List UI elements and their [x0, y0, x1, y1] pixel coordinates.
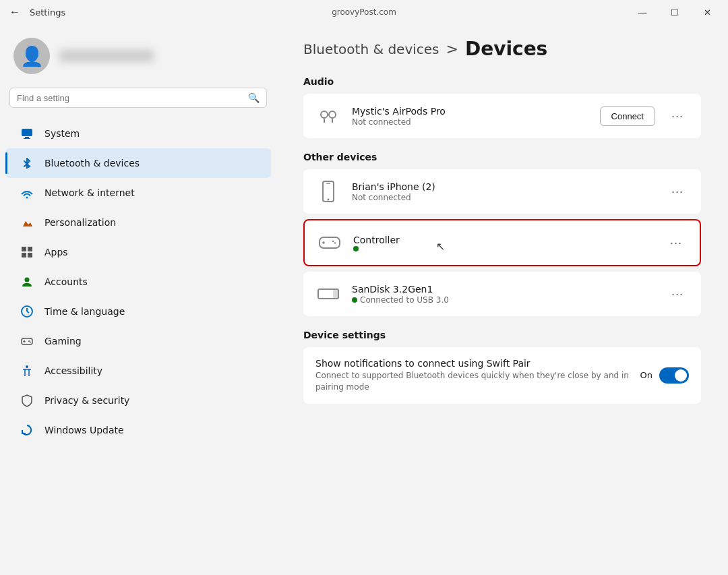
personalization-icon — [19, 214, 35, 231]
sidebar-item-update[interactable]: Windows Update — [5, 415, 271, 445]
time-icon — [19, 303, 35, 320]
close-button[interactable]: ✕ — [692, 1, 723, 23]
sidebar-item-network[interactable]: Network & internet — [5, 178, 271, 208]
sidebar-item-accounts[interactable]: Accounts — [5, 267, 271, 297]
iphone-name: Brian's iPhone (2) — [352, 181, 655, 192]
swift-pair-card: Show notifications to connect using Swif… — [303, 347, 701, 404]
controller-card: Controller ··· ↖ — [303, 219, 701, 266]
gaming-label: Gaming — [44, 336, 82, 346]
svg-rect-32 — [333, 289, 338, 299]
network-label: Network & internet — [44, 187, 135, 198]
svg-rect-6 — [22, 253, 26, 258]
breadcrumb-current: Devices — [465, 38, 547, 60]
svg-point-8 — [25, 278, 30, 282]
svg-point-17 — [26, 365, 28, 368]
sidebar: 👤 🔍 System Bluetooth & devices — [0, 24, 276, 575]
sidebar-item-accessibility[interactable]: Accessibility — [5, 356, 271, 386]
sidebar-item-personalization[interactable]: Personalization — [5, 208, 271, 237]
update-icon — [19, 422, 35, 438]
sidebar-item-apps[interactable]: Apps — [5, 237, 271, 267]
svg-point-15 — [28, 340, 30, 342]
svg-point-25 — [328, 199, 330, 201]
title-bar-left: ← Settings — [5, 3, 65, 21]
apps-label: Apps — [44, 247, 68, 258]
controller-icon — [317, 230, 342, 255]
minimize-button[interactable]: — — [627, 1, 658, 23]
main-window: 👤 🔍 System Bluetooth & devices — [0, 24, 728, 575]
user-section: 👤 — [0, 32, 276, 88]
other-section-label: Other devices — [303, 152, 701, 162]
svg-rect-0 — [22, 129, 32, 136]
controller-device-item: Controller ··· — [305, 220, 700, 265]
audio-section-label: Audio — [303, 76, 701, 87]
accounts-icon — [19, 274, 35, 290]
swift-pair-toggle[interactable] — [659, 367, 689, 384]
iphone-more-button[interactable]: ··· — [666, 182, 689, 202]
swift-pair-toggle-area: On — [640, 367, 689, 384]
audio-section: Audio Mystic's AirPods Pro Not connected… — [303, 76, 701, 138]
back-button[interactable]: ← — [5, 3, 24, 21]
device-settings-section: Device settings Show notifications to co… — [303, 330, 701, 404]
apps-icon — [19, 244, 35, 260]
svg-rect-1 — [25, 137, 29, 138]
user-name — [59, 50, 154, 62]
search-icon: 🔍 — [248, 92, 260, 103]
svg-point-3 — [26, 197, 28, 199]
audio-devices-card: Mystic's AirPods Pro Not connected Conne… — [303, 94, 701, 138]
other-devices-section: Other devices Brian's iPhone (2) Not con… — [303, 152, 701, 316]
maximize-button[interactable]: ☐ — [659, 1, 690, 23]
swift-pair-toggle-label: On — [640, 370, 653, 380]
svg-rect-2 — [24, 138, 30, 139]
controller-more-button[interactable]: ··· — [665, 233, 688, 253]
window-controls: — ☐ ✕ — [627, 1, 723, 23]
controller-status — [353, 246, 654, 251]
system-icon — [19, 125, 35, 142]
breadcrumb-parent[interactable]: Bluetooth & devices — [303, 41, 439, 57]
accounts-label: Accounts — [44, 276, 88, 287]
network-icon — [19, 185, 35, 201]
airpods-more-button[interactable]: ··· — [666, 107, 689, 126]
airpods-info: Mystic's AirPods Pro Not connected — [352, 106, 589, 127]
svg-point-29 — [332, 241, 334, 242]
svg-point-16 — [30, 342, 31, 343]
search-input[interactable] — [17, 93, 243, 103]
iphone-status: Not connected — [352, 193, 655, 202]
svg-line-11 — [27, 311, 29, 313]
sidebar-item-system[interactable]: System — [5, 119, 271, 148]
sidebar-item-privacy[interactable]: Privacy & security — [5, 386, 271, 415]
sandisk-more-button[interactable]: ··· — [666, 284, 689, 304]
swift-pair-row: Show notifications to connect using Swif… — [315, 358, 689, 393]
airpods-status: Not connected — [352, 117, 589, 127]
swift-pair-sub-label: Connect to supported Bluetooth devices q… — [315, 370, 630, 393]
sandisk-status-text: Connected to USB 3.0 — [360, 295, 449, 305]
airpods-icon — [315, 103, 341, 129]
sidebar-item-time[interactable]: Time & language — [5, 297, 271, 326]
system-label: System — [44, 128, 80, 139]
breadcrumb-separator: > — [446, 40, 458, 57]
update-label: Windows Update — [44, 425, 124, 435]
airpods-connect-button[interactable]: Connect — [600, 107, 655, 126]
swift-pair-main-label: Show notifications to connect using Swif… — [315, 358, 630, 369]
iphone-device-item: Brian's iPhone (2) Not connected ··· — [303, 169, 701, 214]
title-bar: ← Settings groovyPost.com — ☐ ✕ — [0, 0, 728, 24]
sidebar-item-bluetooth[interactable]: Bluetooth & devices — [5, 148, 271, 178]
personalization-label: Personalization — [44, 217, 116, 228]
sandisk-info: SanDisk 3.2Gen1 Connected to USB 3.0 — [352, 284, 655, 305]
swift-pair-text: Show notifications to connect using Swif… — [315, 358, 630, 393]
privacy-icon — [19, 392, 35, 408]
accessibility-label: Accessibility — [44, 365, 102, 376]
iphone-info: Brian's iPhone (2) Not connected — [352, 181, 655, 202]
controller-name: Controller — [353, 235, 654, 245]
svg-rect-7 — [28, 253, 32, 258]
accessibility-icon — [19, 363, 35, 379]
sandisk-status-dot — [352, 297, 357, 303]
controller-status-dot — [353, 246, 359, 251]
airpods-device-item: Mystic's AirPods Pro Not connected Conne… — [303, 94, 701, 138]
breadcrumb: Bluetooth & devices > Devices — [303, 38, 701, 60]
sandisk-card: SanDisk 3.2Gen1 Connected to USB 3.0 ··· — [303, 272, 701, 316]
sidebar-item-gaming[interactable]: Gaming — [5, 326, 271, 356]
search-box[interactable]: 🔍 — [9, 88, 267, 108]
gaming-icon — [19, 333, 35, 349]
avatar-icon: 👤 — [20, 45, 44, 67]
sandisk-name: SanDisk 3.2Gen1 — [352, 284, 655, 295]
